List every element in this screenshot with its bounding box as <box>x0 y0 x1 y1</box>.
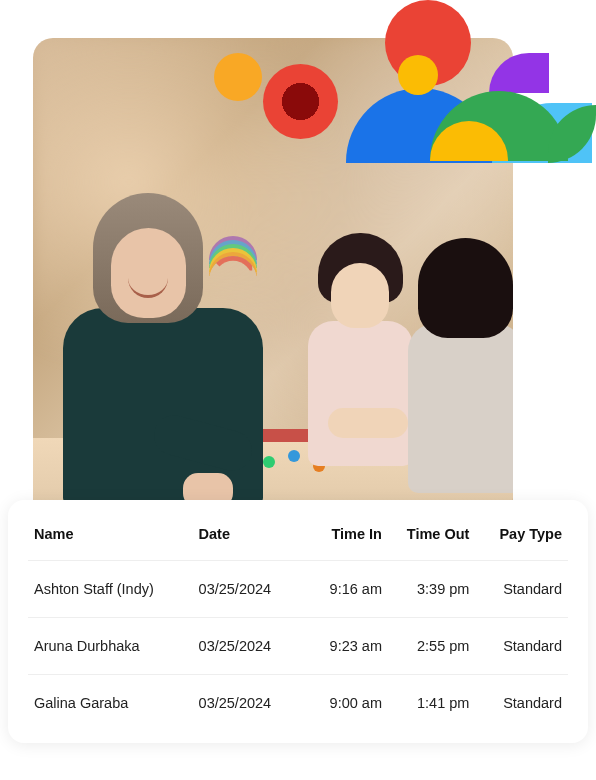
column-header-time-in: Time In <box>306 518 388 561</box>
cell-time-in: 9:16 am <box>306 561 388 618</box>
cell-name: Galina Garaba <box>28 675 193 732</box>
cell-name: Aruna Durbhaka <box>28 618 193 675</box>
cell-name: Ashton Staff (Indy) <box>28 561 193 618</box>
cell-date: 03/25/2024 <box>193 561 306 618</box>
cell-time-out: 1:41 pm <box>388 675 475 732</box>
cell-pay-type: Standard <box>475 561 568 618</box>
cell-date: 03/25/2024 <box>193 618 306 675</box>
column-header-pay-type: Pay Type <box>475 518 568 561</box>
cell-time-in: 9:00 am <box>306 675 388 732</box>
column-header-time-out: Time Out <box>388 518 475 561</box>
child-figure-2 <box>403 238 513 498</box>
table-row: Galina Garaba 03/25/2024 9:00 am 1:41 pm… <box>28 675 568 732</box>
table-row: Aruna Durbhaka 03/25/2024 9:23 am 2:55 p… <box>28 618 568 675</box>
hero-photo <box>33 38 513 518</box>
cell-pay-type: Standard <box>475 675 568 732</box>
page-container: Name Date Time In Time Out Pay Type Asht… <box>0 0 596 780</box>
cell-time-out: 2:55 pm <box>388 618 475 675</box>
column-header-date: Date <box>193 518 306 561</box>
adult-figure <box>53 193 273 513</box>
timesheet-table-card: Name Date Time In Time Out Pay Type Asht… <box>8 500 588 743</box>
cell-time-in: 9:23 am <box>306 618 388 675</box>
column-header-name: Name <box>28 518 193 561</box>
cell-time-out: 3:39 pm <box>388 561 475 618</box>
table-row: Ashton Staff (Indy) 03/25/2024 9:16 am 3… <box>28 561 568 618</box>
cell-date: 03/25/2024 <box>193 675 306 732</box>
photo-scene <box>33 38 513 518</box>
table-header-row: Name Date Time In Time Out Pay Type <box>28 518 568 561</box>
decorative-shape-icon <box>548 105 596 163</box>
cell-pay-type: Standard <box>475 618 568 675</box>
timesheet-table: Name Date Time In Time Out Pay Type Asht… <box>28 518 568 731</box>
